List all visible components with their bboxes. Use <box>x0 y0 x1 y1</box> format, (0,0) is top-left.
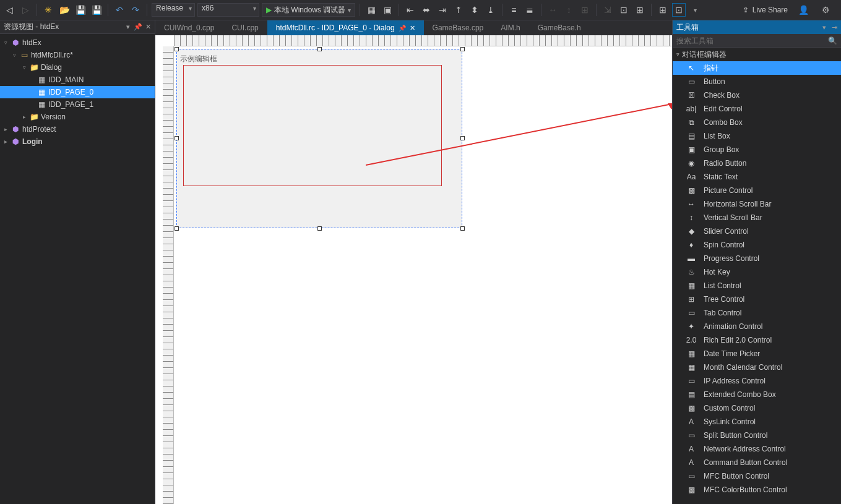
align-top-icon[interactable]: ⤒ <box>452 3 465 17</box>
pin-icon[interactable]: 📌 <box>134 23 142 31</box>
dist-h-icon[interactable]: ≡ <box>507 3 520 17</box>
tab-gamebase-h[interactable]: GameBase.h <box>529 20 590 35</box>
toolbox-item[interactable]: ▦List Control <box>673 279 841 293</box>
settings-icon[interactable]: ⚙ <box>819 3 832 17</box>
tb-btn-6[interactable]: ⊞ <box>633 3 647 17</box>
platform-combo[interactable]: x86 <box>197 3 259 17</box>
toolbox-item[interactable]: ab|Edit Control <box>673 102 841 116</box>
toolbar-btn-b[interactable]: ▣ <box>381 3 394 17</box>
toolbox-item[interactable]: ↕Vertical Scroll Bar <box>673 211 841 224</box>
config-combo[interactable]: Release <box>152 3 195 17</box>
toolbox-item-label: Month Calendar Control <box>704 363 782 372</box>
toolbox-item[interactable]: ▬Progress Control <box>673 252 841 265</box>
redo-icon[interactable]: ↷ <box>129 3 142 17</box>
tab-gamebase-cpp[interactable]: GameBase.cpp <box>424 20 493 35</box>
toolbox-item[interactable]: 2.0Rich Edit 2.0 Control <box>673 333 841 347</box>
align-bot-icon[interactable]: ⤓ <box>484 3 498 17</box>
toolbox-item[interactable]: ANetwork Address Control <box>673 442 841 456</box>
tb-more-icon[interactable]: ▾ <box>688 3 702 17</box>
toolbox-item[interactable]: ⊞Tree Control <box>673 293 841 306</box>
align-center-icon[interactable]: ⬌ <box>420 3 433 17</box>
toolbox-item[interactable]: ⧉Combo Box <box>673 116 841 129</box>
guides-icon[interactable]: ⊡ <box>672 3 686 17</box>
tree-login[interactable]: ▸⬢ Login <box>0 135 155 148</box>
toolbox-item[interactable]: ▩Custom Control <box>673 401 841 415</box>
tb-btn-5[interactable]: ⊡ <box>617 3 631 17</box>
toolbox-item[interactable]: ▤List Box <box>673 129 841 143</box>
new-icon[interactable]: ✳ <box>41 3 55 17</box>
toolbox-item[interactable]: ACommand Button Control <box>673 456 841 469</box>
toolbox-item[interactable]: AaStatic Text <box>673 170 841 184</box>
saveall-icon[interactable]: 💾 <box>90 3 103 17</box>
tree-version[interactable]: ▸📁 Version <box>0 111 155 123</box>
tree-idd-page1[interactable]: ▦ IDD_PAGE_1 <box>0 98 155 111</box>
save-icon[interactable]: 💾 <box>74 3 87 17</box>
toolbox-item[interactable]: ▩MFC ColorButton Control <box>673 483 841 497</box>
toolbox-search-input[interactable] <box>673 36 824 45</box>
toolbox-item-icon: ▩ <box>686 485 696 494</box>
toolbox-item[interactable]: ♦Spin Control <box>673 238 841 252</box>
run-button[interactable]: ▶ 本地 Windows 调试器 ▾ <box>262 3 355 17</box>
tree-dialog-folder[interactable]: ▿📁 Dialog <box>0 61 155 74</box>
toolbox-item-icon: ✦ <box>686 322 696 331</box>
tree-rc[interactable]: ▿▭ htdMfcDll.rc* <box>0 49 155 61</box>
tb-disabled-4: ⇲ <box>601 3 615 17</box>
close-icon[interactable]: ✕ <box>144 23 152 31</box>
toolbox-item[interactable]: ☒Check Box <box>673 88 841 102</box>
tree-idd-page0[interactable]: ▦ IDD_PAGE_0 <box>0 86 155 98</box>
toolbox-item[interactable]: ▭Button <box>673 75 841 88</box>
user-icon[interactable]: 👤 <box>796 3 810 17</box>
toolbox-item[interactable]: ↖指针 <box>673 61 841 75</box>
toolbox-item-label: Animation Control <box>704 322 762 331</box>
toolbox-item[interactable]: ▭Split Button Control <box>673 429 841 442</box>
toolbox-item[interactable]: ▣Group Box <box>673 143 841 156</box>
edit-control[interactable] <box>183 65 442 186</box>
toolbox-item[interactable]: ✦Animation Control <box>673 320 841 333</box>
close-icon[interactable]: ✕ <box>410 24 415 32</box>
align-mid-icon[interactable]: ⬍ <box>468 3 481 17</box>
tab-cuiwnd0[interactable]: CUIWnd_0.cpp <box>155 20 223 35</box>
liveshare-button[interactable]: ⇪ Live Share <box>743 6 788 14</box>
back-icon[interactable]: ◁ <box>2 3 16 17</box>
toolbox-item[interactable]: ▦Month Calendar Control <box>673 361 841 374</box>
dialog-designer[interactable]: 示例编辑框 <box>155 35 672 504</box>
tab-cui[interactable]: CUI.cpp <box>223 20 267 35</box>
undo-icon[interactable]: ↶ <box>113 3 126 17</box>
toolbox-item[interactable]: ▤Extended Combo Box <box>673 388 841 401</box>
toolbox-item[interactable]: ↔Horizontal Scroll Bar <box>673 197 841 211</box>
tree-label: htdMfcDll.rc* <box>31 51 73 59</box>
tree-root[interactable]: ▿⬢ htdEx <box>0 36 155 49</box>
toolbox-item[interactable]: ◉Radio Button <box>673 156 841 170</box>
toolbox-group-header[interactable]: ▿ 对话框编辑器 <box>673 48 841 61</box>
forward-icon[interactable]: ▷ <box>19 3 32 17</box>
toolbox-item[interactable]: ◆Slider Control <box>673 224 841 238</box>
toolbar-btn-a[interactable]: ▦ <box>364 3 378 17</box>
tree-htdprotect[interactable]: ▸⬢ htdProtect <box>0 123 155 135</box>
dist-v-icon[interactable]: ≣ <box>523 3 537 17</box>
pane-dropdown-icon[interactable]: ▾ <box>124 23 132 31</box>
toolbox-item[interactable]: ▦Date Time Picker <box>673 347 841 361</box>
tree-idd-main[interactable]: ▦ IDD_MAIN <box>0 74 155 86</box>
pane-dropdown-icon[interactable]: ▾ <box>820 23 829 32</box>
toolbox-search[interactable]: 🔍 <box>673 34 841 48</box>
toolbox-item[interactable]: ♨Hot Key <box>673 265 841 279</box>
auto-hide-icon[interactable]: ⇥ <box>830 23 839 32</box>
liveshare-icon: ⇪ <box>743 6 749 14</box>
align-right-icon[interactable]: ⇥ <box>436 3 449 17</box>
tree-label: htdEx <box>22 38 41 47</box>
folder-icon: 📁 <box>30 113 38 121</box>
tab-aim-h[interactable]: AIM.h <box>492 20 528 35</box>
tab-htdmfcdll[interactable]: htdMfcDll.rc - IDD_PAGE_0 - Dialog 📌 ✕ <box>267 20 424 35</box>
grid-icon[interactable]: ⊞ <box>656 3 670 17</box>
toolbox-item[interactable]: ▩Picture Control <box>673 184 841 197</box>
pin-icon[interactable]: 📌 <box>399 25 406 32</box>
toolbox-item-label: Split Button Control <box>704 431 767 440</box>
toolbox-item-icon: ◉ <box>686 159 696 168</box>
toolbox-item[interactable]: ASysLink Control <box>673 415 841 429</box>
toolbox-item[interactable]: ▭MFC Button Control <box>673 469 841 483</box>
toolbox-item[interactable]: ▭Tab Control <box>673 306 841 320</box>
liveshare-label: Live Share <box>753 6 788 14</box>
toolbox-item[interactable]: ▭IP Address Control <box>673 374 841 388</box>
open-icon[interactable]: 📂 <box>58 3 71 17</box>
align-left-icon[interactable]: ⇤ <box>403 3 417 17</box>
